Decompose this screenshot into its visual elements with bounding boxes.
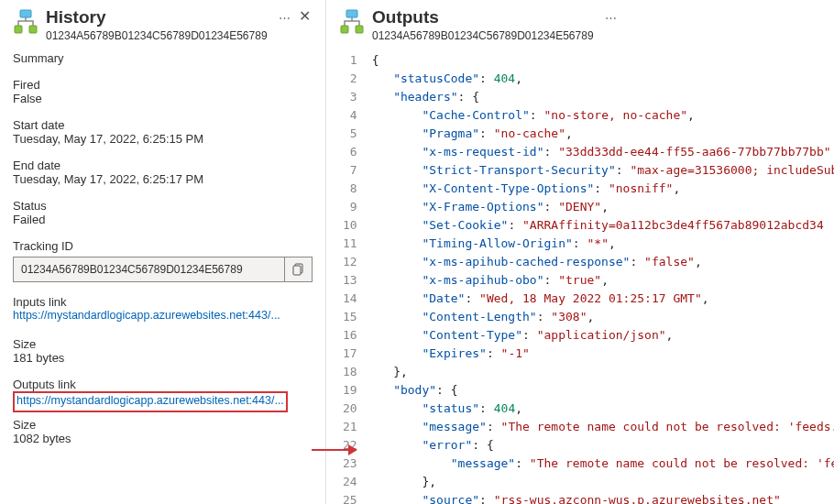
svg-rect-8 [341, 26, 348, 33]
outputs-panel: Outputs 01234A56789B01234C56789D01234E56… [326, 0, 834, 504]
status-label: Status [13, 199, 313, 213]
tracking-id-label: Tracking ID [13, 239, 313, 253]
svg-rect-7 [346, 10, 357, 17]
logic-app-icon [13, 9, 38, 35]
outputs-link-highlight: https://mystandardlogicapp.azurewebsites… [13, 391, 288, 412]
status-value: Failed [13, 213, 313, 226]
end-date-label: End date [13, 159, 313, 172]
history-header: History 01234A56789B01234C56789D01234E56… [13, 7, 313, 42]
outputs-header: Outputs 01234A56789B01234C56789D01234E56… [339, 7, 834, 42]
outputs-title: Outputs [372, 7, 594, 27]
more-icon[interactable]: ⋯ [279, 11, 291, 25]
inputs-link[interactable]: https://mystandardlogicapp.azurewebsites… [13, 309, 280, 322]
fired-label: Fired [13, 78, 313, 92]
json-viewer[interactable]: 1234567891011121314151617181920212223242… [339, 51, 834, 504]
svg-rect-0 [20, 10, 31, 17]
more-icon[interactable]: ⋯ [605, 11, 617, 25]
code-content[interactable]: { "statusCode": 404, "headers": { "Cache… [372, 51, 834, 504]
svg-marker-6 [348, 444, 357, 455]
summary-label: Summary [13, 51, 313, 65]
fired-value: False [13, 92, 313, 105]
inputs-size-label: Size [13, 337, 313, 351]
history-panel: ✕ History 01234A56789B01234C56789D01234E… [0, 0, 326, 504]
history-id: 01234A56789B01234C56789D01234E56789 [46, 29, 268, 42]
line-gutter: 1234567891011121314151617181920212223242… [339, 51, 372, 504]
copy-button[interactable] [284, 257, 312, 281]
tracking-id-value[interactable]: 01234A56789B01234C56789D01234E56789 [14, 263, 284, 276]
svg-rect-1 [15, 26, 22, 33]
end-date-value: Tuesday, May 17, 2022, 6:25:17 PM [13, 172, 313, 186]
outputs-link-label: Outputs link [13, 378, 313, 391]
inputs-link-label: Inputs link [13, 295, 313, 309]
outputs-link[interactable]: https://mystandardlogicapp.azurewebsites… [16, 394, 284, 407]
inputs-size-value: 181 bytes [13, 351, 313, 365]
svg-rect-2 [29, 26, 37, 33]
start-date-value: Tuesday, May 17, 2022, 6:25:15 PM [13, 132, 313, 146]
copy-icon [292, 263, 305, 276]
svg-rect-9 [356, 26, 363, 33]
svg-rect-4 [293, 266, 301, 275]
callout-arrow-icon [312, 442, 357, 458]
outputs-id: 01234A56789B01234C56789D01234E56789 [372, 29, 594, 42]
tracking-id-field: 01234A56789B01234C56789D01234E56789 [13, 257, 313, 282]
outputs-size-value: 1082 bytes [13, 432, 313, 445]
start-date-label: Start date [13, 118, 313, 132]
close-button[interactable]: ✕ [293, 5, 316, 27]
history-title: History [46, 7, 268, 27]
outputs-size-label: Size [13, 418, 313, 432]
logic-app-icon [339, 9, 365, 35]
